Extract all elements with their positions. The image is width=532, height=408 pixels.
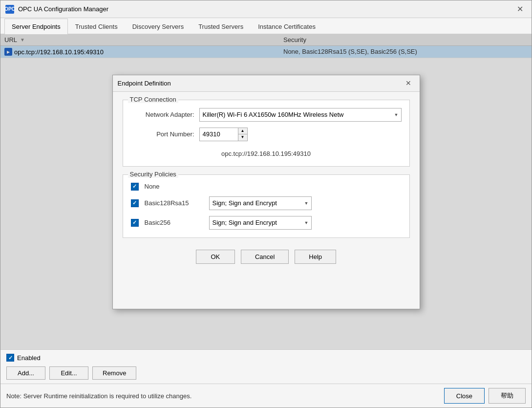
network-adapter-wrapper: Killer(R) Wi-Fi 6 AX1650w 160MHz Wireles… [199,108,402,122]
footer-buttons: Close 帮助 [444,388,526,404]
network-adapter-label: Network Adapter: [131,111,199,118]
window-title: OPC UA Configuration Manager [18,5,108,13]
modal-overlay: Endpoint Definition ✕ TCP Connection Net… [0,34,532,349]
close-button[interactable]: Close [444,388,485,404]
port-number-row: Port Number: ▲ ▼ [131,128,402,141]
policy-row-basic128: Basic128Rsa15 Sign; Sign and Encrypt Sig… [131,196,402,210]
tab-trusted-clients[interactable]: Trusted Clients [68,19,125,34]
policy-basic128-dropdown[interactable]: Sign; Sign and Encrypt Sign Sign and Enc… [209,196,312,210]
policy-basic256-checkbox[interactable] [131,219,139,227]
policy-row-none: None [131,183,402,191]
policy-basic256-dropdown[interactable]: Sign; Sign and Encrypt Sign Sign and Enc… [209,216,312,230]
policy-basic128-label: Basic128Rsa15 [145,199,203,207]
bottom-area: Enabled Add... Edit... Remove [0,349,532,384]
modal-body: TCP Connection Network Adapter: Killer(R… [113,92,420,274]
network-adapter-select[interactable]: Killer(R) Wi-Fi 6 AX1650w 160MHz Wireles… [199,108,402,122]
port-number-label: Port Number: [131,130,199,138]
network-adapter-row: Network Adapter: Killer(R) Wi-Fi 6 AX165… [131,108,402,122]
tab-instance-certificates[interactable]: Instance Certificates [251,19,323,34]
policy-basic256-label: Basic256 [145,219,203,226]
security-section-legend: Security Policies [128,171,178,178]
modal-help-button[interactable]: Help [295,250,336,264]
port-number-control: ▲ ▼ [199,128,248,141]
endpoint-definition-dialog: Endpoint Definition ✕ TCP Connection Net… [112,75,420,309]
remove-button[interactable]: Remove [92,366,136,380]
edit-button[interactable]: Edit... [49,366,88,380]
port-spinner-down[interactable]: ▼ [238,134,247,141]
security-policies-section: Security Policies None Basic128Rsa15 [123,174,410,238]
window-close-button[interactable]: ✕ [513,4,527,15]
port-number-input[interactable] [199,128,238,141]
tab-trusted-servers[interactable]: Trusted Servers [191,19,251,34]
help-cn-button[interactable]: 帮助 [489,388,526,404]
main-window: OPC OPC UA Configuration Manager ✕ Serve… [0,0,532,408]
title-bar-left: OPC OPC UA Configuration Manager [5,5,108,14]
footer: Note: Server Runtime reinitialization is… [0,384,532,408]
modal-cancel-button[interactable]: Cancel [241,250,289,264]
tcp-connection-section: TCP Connection Network Adapter: Killer(R… [123,100,410,167]
modal-actions: OK Cancel Help [123,246,410,266]
port-spinner-up[interactable]: ▲ [238,128,247,135]
policy-none-checkbox[interactable] [131,183,139,191]
url-display: opc.tcp://192.168.10.195:49310 [131,147,402,158]
policy-basic256-dropdown-wrapper: Sign; Sign and Encrypt Sign Sign and Enc… [209,216,312,230]
modal-ok-button[interactable]: OK [196,250,235,264]
tab-bar: Server Endpoints Trusted Clients Discove… [0,18,532,34]
tcp-section-legend: TCP Connection [128,96,178,103]
policy-row-basic256: Basic256 Sign; Sign and Encrypt Sign Sig… [131,216,402,230]
port-spinner: ▲ ▼ [238,128,248,141]
app-icon: OPC [5,5,14,14]
policy-none-label: None [145,183,203,190]
policy-basic128-checkbox[interactable] [131,199,139,207]
footer-note: Note: Server Runtime reinitialization is… [6,392,192,400]
network-adapter-control: Killer(R) Wi-Fi 6 AX1650w 160MHz Wireles… [199,108,402,122]
policy-basic128-dropdown-wrapper: Sign; Sign and Encrypt Sign Sign and Enc… [209,196,312,210]
modal-title: Endpoint Definition [118,80,171,87]
tab-discovery-servers[interactable]: Discovery Servers [125,19,191,34]
enabled-label: Enabled [17,354,41,362]
modal-title-bar: Endpoint Definition ✕ [113,75,420,92]
modal-close-button[interactable]: ✕ [402,78,415,88]
action-buttons-row: Add... Edit... Remove [6,366,526,380]
tab-server-endpoints[interactable]: Server Endpoints [4,19,68,34]
add-button[interactable]: Add... [6,366,45,380]
main-content: URL ▼ Security ▶ opc.tcp://192.168.10.19… [0,34,532,349]
enabled-checkbox[interactable] [6,354,14,362]
title-bar: OPC OPC UA Configuration Manager ✕ [0,0,532,18]
enabled-row: Enabled [6,354,526,362]
